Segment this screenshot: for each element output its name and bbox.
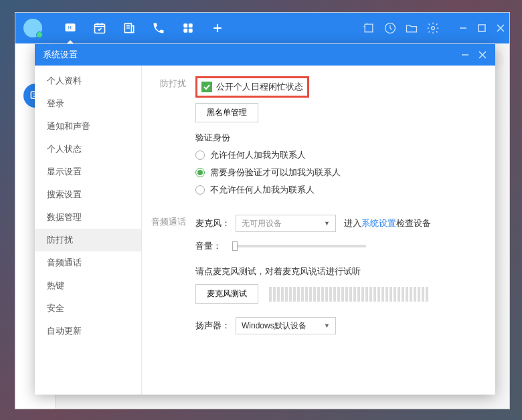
minimize-button[interactable] [458,23,468,33]
radio-icon[interactable] [195,150,205,160]
titlebar-right [362,21,505,35]
volume-slider[interactable] [232,245,366,247]
mic-select[interactable]: 无可用设备 [236,215,336,232]
sidebar-item-profile[interactable]: 个人资料 [35,70,141,92]
titlebar: H! [15,13,509,43]
svg-rect-5 [189,23,193,27]
sidebar-item-login[interactable]: 登录 [35,92,141,115]
modal-close-button[interactable] [478,50,487,60]
news-icon[interactable] [122,21,136,35]
toolbar-icons: H! [64,21,224,35]
sidebar-item-security[interactable]: 安全 [35,297,141,320]
public-schedule-label: 公开个人日程闲忙状态 [216,81,303,93]
radio-deny-all[interactable]: 不允许任何人加我为联系人 [195,184,482,196]
mic-level-meter [269,287,428,302]
mic-test-button[interactable]: 麦克风测试 [195,284,258,304]
blacklist-button[interactable]: 黑名单管理 [195,103,258,122]
mic-test-hint: 请点麦克风测试，对着麦克风说话进行试听 [195,266,482,278]
speaker-label: 扬声器： [195,320,230,332]
svg-text:H!: H! [68,25,73,30]
svg-rect-4 [183,23,187,27]
section-label-dnd: 防打扰 [142,76,195,201]
svg-rect-11 [478,25,485,31]
svg-rect-2 [95,24,105,33]
svg-rect-8 [365,24,373,32]
window-controls [458,23,505,33]
sidebar-item-search[interactable]: 搜索设置 [35,183,141,206]
svg-rect-7 [189,29,193,33]
sidebar-item-display[interactable]: 显示设置 [35,161,141,183]
device-hint: 进入系统设置检查设备 [344,217,431,229]
screenshot-icon[interactable] [362,21,375,35]
gear-icon[interactable] [426,21,440,35]
sidebar-item-notification[interactable]: 通知和声音 [35,115,141,138]
volume-label: 音量： [195,240,222,252]
section-label-audio: 音频通话 [142,215,195,342]
system-settings-link[interactable]: 系统设置 [361,218,396,228]
close-button[interactable] [496,23,505,33]
sidebar-item-autoupdate[interactable]: 自动更新 [35,320,141,342]
speaker-select[interactable]: Windows默认设备 [236,317,336,334]
sidebar-item-data[interactable]: 数据管理 [35,206,141,229]
radio-verify[interactable]: 需要身份验证才可以加我为联系人 [195,167,482,179]
sidebar-item-hotkey[interactable]: 热键 [35,274,141,297]
apps-icon[interactable] [181,21,195,35]
svg-rect-6 [183,29,187,33]
verify-header: 验证身份 [195,132,482,144]
avatar[interactable] [23,19,42,37]
sidebar-item-dnd[interactable]: 防打扰 [35,229,141,251]
mic-label: 麦克风： [195,217,230,229]
settings-main-panel: 防打扰 公开个人日程闲忙状态 黑名单管理 验证身份 允许任何人加我为联系人 需要… [142,66,495,395]
radio-allow-all[interactable]: 允许任何人加我为联系人 [195,149,482,161]
modal-header: 系统设置 [35,44,495,66]
radio-icon[interactable] [195,168,205,177]
add-icon[interactable] [211,21,224,35]
settings-modal: 系统设置 个人资料 登录 通知和声音 个人状态 显示设置 搜索设置 数据管理 防… [35,44,495,395]
sidebar-item-status[interactable]: 个人状态 [35,138,141,161]
modal-title: 系统设置 [43,49,78,61]
folder-icon[interactable] [405,21,418,35]
chat-tab-icon[interactable]: H! [64,21,77,35]
calendar-icon[interactable] [93,21,106,35]
sidebar-item-audio[interactable]: 音频通话 [35,251,141,274]
maximize-button[interactable] [477,23,487,33]
slider-thumb[interactable] [232,241,238,251]
public-schedule-checkbox[interactable] [201,82,212,92]
svg-point-10 [432,27,435,30]
settings-sidebar: 个人资料 登录 通知和声音 个人状态 显示设置 搜索设置 数据管理 防打扰 音频… [35,66,142,395]
phone-icon[interactable] [152,21,165,35]
modal-minimize-button[interactable] [460,50,470,60]
public-schedule-checkbox-row[interactable]: 公开个人日程闲忙状态 [195,76,309,98]
modal-body: 个人资料 登录 通知和声音 个人状态 显示设置 搜索设置 数据管理 防打扰 音频… [35,66,495,395]
history-icon[interactable] [383,21,397,35]
radio-icon[interactable] [195,185,205,195]
